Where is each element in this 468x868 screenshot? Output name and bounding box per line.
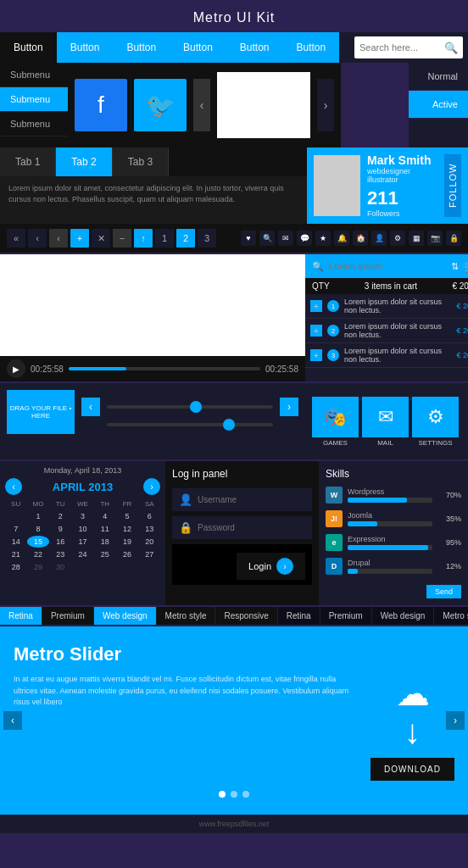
tag-premium-2[interactable]: Premium bbox=[320, 607, 372, 625]
tag-retina-1[interactable]: Retina bbox=[0, 607, 42, 625]
slider-nav-left[interactable]: ‹ bbox=[3, 711, 22, 730]
app-settings[interactable]: ⚙ SETTINGS bbox=[412, 397, 459, 447]
username-input[interactable] bbox=[198, 495, 305, 504]
dot-2[interactable] bbox=[231, 791, 237, 798]
icon-camera[interactable]: 📷 bbox=[427, 231, 443, 246]
slider-right-1[interactable]: › bbox=[280, 398, 298, 416]
search-icon[interactable]: 🔍 bbox=[444, 42, 458, 54]
cal-day-4[interactable]: 4 bbox=[94, 510, 115, 522]
icon-star[interactable]: ★ bbox=[315, 231, 331, 246]
login-button[interactable]: Login › bbox=[237, 553, 305, 580]
search-input[interactable] bbox=[359, 42, 444, 53]
cal-day-5[interactable]: 5 bbox=[116, 510, 137, 522]
toggle-normal[interactable]: Normal bbox=[409, 63, 468, 91]
cart-plus-2[interactable]: + bbox=[310, 325, 322, 337]
right-arrow-tile[interactable]: › bbox=[317, 79, 334, 131]
cal-day-8[interactable]: 8 bbox=[27, 523, 48, 535]
tab-2[interactable]: Tab 2 bbox=[56, 147, 112, 176]
submenu-item-3[interactable]: Submenu bbox=[0, 112, 68, 136]
icon-bell[interactable]: 🔔 bbox=[334, 231, 349, 246]
app-mail[interactable]: ✉ MAIL bbox=[362, 397, 409, 447]
tag-metro-2[interactable]: Metro style bbox=[434, 607, 468, 625]
tag-responsive-1[interactable]: Responsive bbox=[215, 607, 277, 625]
pg-2[interactable]: 2 bbox=[176, 229, 195, 248]
cal-day-27[interactable]: 27 bbox=[139, 548, 160, 560]
tag-retina-2[interactable]: Retina bbox=[278, 607, 320, 625]
icon-mail[interactable]: ✉ bbox=[278, 231, 293, 246]
cal-day-6[interactable]: 6 bbox=[139, 510, 160, 522]
dot-3[interactable] bbox=[242, 791, 249, 798]
cal-day-10[interactable]: 10 bbox=[72, 523, 93, 535]
cal-day-28[interactable]: 28 bbox=[5, 561, 26, 573]
icon-heart[interactable]: ♥ bbox=[241, 231, 256, 246]
cal-day-24[interactable]: 24 bbox=[72, 548, 93, 560]
icon-grid[interactable]: ▦ bbox=[409, 231, 424, 246]
cal-day-19[interactable]: 19 bbox=[116, 536, 137, 548]
cal-day-18[interactable]: 18 bbox=[94, 536, 115, 548]
cal-day-9[interactable]: 9 bbox=[50, 523, 71, 535]
tab-1[interactable]: Tab 1 bbox=[0, 147, 56, 176]
cal-day-16[interactable]: 16 bbox=[50, 536, 71, 548]
tab-3[interactable]: Tab 3 bbox=[113, 147, 169, 176]
button-4[interactable]: Button bbox=[170, 32, 226, 63]
left-arrow-tile[interactable]: ‹ bbox=[193, 79, 210, 131]
cal-day-12[interactable]: 12 bbox=[116, 523, 137, 535]
password-input[interactable] bbox=[198, 523, 305, 532]
icon-lock[interactable]: 🔒 bbox=[446, 231, 461, 246]
cal-day-29[interactable]: 29 bbox=[27, 561, 48, 573]
cal-day-20[interactable]: 20 bbox=[139, 536, 160, 548]
progress-bar[interactable] bbox=[69, 367, 260, 370]
button-3[interactable]: Button bbox=[113, 32, 170, 63]
pg-prev[interactable]: ‹ bbox=[28, 229, 47, 248]
slider-thumb-1[interactable] bbox=[190, 401, 202, 413]
slider-track-1[interactable] bbox=[107, 405, 273, 409]
cal-day-17[interactable]: 17 bbox=[72, 536, 93, 548]
cal-day-22[interactable]: 22 bbox=[27, 548, 48, 560]
follow-button[interactable]: FOLLOW bbox=[444, 154, 461, 217]
cal-day-3[interactable]: 3 bbox=[72, 510, 93, 522]
cal-day-14[interactable]: 14 bbox=[5, 536, 26, 548]
cal-day-11[interactable]: 11 bbox=[94, 523, 115, 535]
cal-day-21[interactable]: 21 bbox=[5, 548, 26, 560]
tag-metro-1[interactable]: Metro style bbox=[157, 607, 216, 625]
button-5[interactable]: Button bbox=[226, 32, 283, 63]
cal-prev[interactable]: ‹ bbox=[5, 478, 22, 495]
tag-webdesign-2[interactable]: Web design bbox=[372, 607, 435, 625]
cart-plus-3[interactable]: + bbox=[310, 349, 322, 361]
cal-day-2[interactable]: 2 bbox=[50, 510, 71, 522]
submenu-item-2[interactable]: Submenu bbox=[0, 87, 68, 112]
cal-day-15[interactable]: 15 bbox=[27, 536, 48, 548]
cal-next[interactable]: › bbox=[143, 478, 160, 495]
dot-1[interactable] bbox=[219, 791, 226, 798]
icon-gear[interactable]: ⚙ bbox=[390, 231, 405, 246]
cal-day-13[interactable]: 13 bbox=[139, 523, 160, 535]
slider-track-2[interactable] bbox=[107, 423, 273, 426]
icon-home[interactable]: 🏠 bbox=[353, 231, 368, 246]
pg-prev-prev[interactable]: « bbox=[7, 229, 25, 248]
cart-icon[interactable]: 🛒 bbox=[464, 259, 468, 273]
slider-nav-right[interactable]: › bbox=[446, 711, 465, 730]
toggle-active[interactable]: Active bbox=[409, 91, 468, 119]
play-button[interactable]: ▶ bbox=[7, 359, 25, 378]
pg-3[interactable]: 3 bbox=[198, 229, 216, 248]
download-button[interactable]: DOWNLOAD bbox=[370, 758, 454, 781]
pg-add[interactable]: + bbox=[70, 229, 89, 248]
facebook-tile[interactable]: f bbox=[75, 79, 127, 131]
app-games[interactable]: 🎭 GAMES bbox=[312, 397, 359, 447]
send-button[interactable]: Send bbox=[426, 585, 461, 598]
cal-day-25[interactable]: 25 bbox=[94, 548, 115, 560]
cal-day-30[interactable]: 30 bbox=[50, 561, 71, 573]
twitter-tile[interactable]: 🐦 bbox=[134, 79, 187, 131]
slider-thumb-2[interactable] bbox=[223, 419, 235, 431]
pg-up[interactable]: ↑ bbox=[134, 229, 153, 248]
cal-day-1[interactable]: 1 bbox=[27, 510, 48, 522]
tag-webdesign-1[interactable]: Web design bbox=[94, 607, 157, 625]
drag-box[interactable]: DRAG YOUR FILE • HERE bbox=[7, 390, 75, 434]
cal-day-7[interactable]: 7 bbox=[5, 523, 26, 535]
button-1[interactable]: Button bbox=[0, 32, 57, 63]
pg-1[interactable]: 1 bbox=[155, 229, 174, 248]
cart-plus-1[interactable]: + bbox=[310, 300, 322, 312]
icon-user[interactable]: 👤 bbox=[371, 231, 387, 246]
pg-back[interactable]: ‹ bbox=[49, 229, 68, 248]
slider-left-1[interactable]: ‹ bbox=[81, 398, 100, 416]
